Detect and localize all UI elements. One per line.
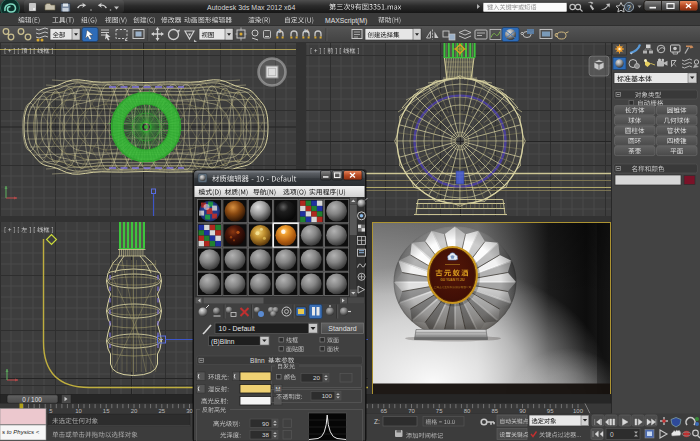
svg-text:(B)Blinn: (B)Blinn [211, 338, 235, 346]
svg-text:20: 20 [131, 408, 138, 414]
svg-text:Autodesk 3ds Max 2012 x64: Autodesk 3ds Max 2012 x64 [207, 4, 295, 11]
svg-text:70: 70 [408, 408, 415, 414]
svg-text:100: 100 [573, 408, 584, 414]
svg-text:0 / 100: 0 / 100 [22, 396, 42, 403]
svg-text:65: 65 [380, 408, 387, 414]
svg-text:25: 25 [158, 408, 165, 414]
svg-text:15: 15 [103, 408, 110, 414]
svg-text:s to Physics <: s to Physics < [2, 429, 40, 435]
svg-text:80: 80 [464, 408, 471, 414]
svg-text:GU YUAN YI JIU: GU YUAN YI JIU [440, 278, 465, 282]
svg-text:MAXScript(M): MAXScript(M) [325, 17, 367, 25]
svg-text:20: 20 [313, 374, 320, 381]
svg-text:100: 100 [322, 392, 333, 399]
svg-text:0: 0 [610, 431, 614, 438]
svg-text:10 - Default: 10 - Default [219, 325, 255, 332]
svg-text:Z:: Z: [374, 418, 380, 425]
svg-text:3: 3 [278, 28, 281, 34]
svg-text:M: M [276, 386, 281, 392]
svg-text:10: 10 [75, 408, 82, 414]
svg-text:%: % [304, 28, 309, 34]
svg-text:85: 85 [491, 408, 498, 414]
svg-text:90: 90 [262, 420, 269, 427]
svg-text:?: ? [627, 4, 631, 11]
svg-text:75: 75 [436, 408, 443, 414]
svg-text:Blinn: Blinn [250, 357, 265, 364]
svg-text:90: 90 [519, 408, 526, 414]
svg-text:38: 38 [262, 431, 269, 438]
svg-text:95: 95 [547, 408, 554, 414]
svg-text:Standard: Standard [328, 325, 357, 332]
